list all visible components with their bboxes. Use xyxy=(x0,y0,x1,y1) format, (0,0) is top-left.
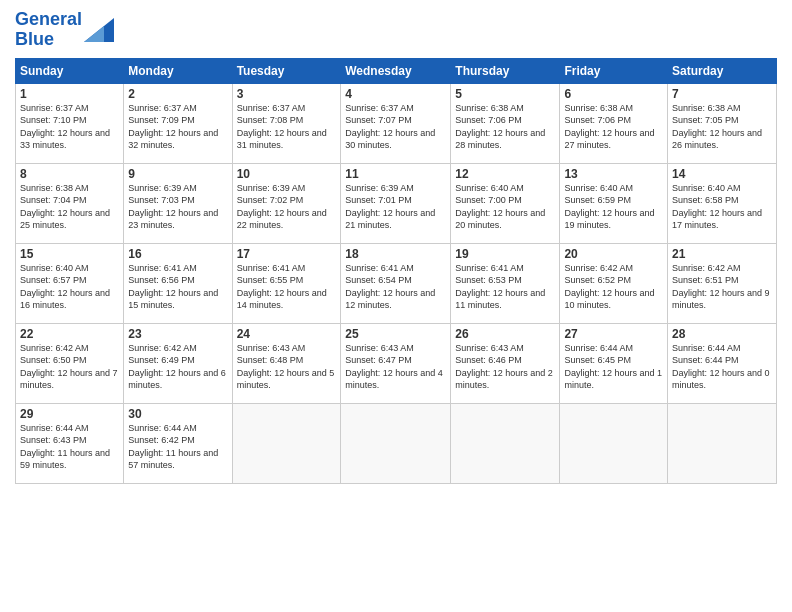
logo: General Blue xyxy=(15,10,114,50)
day-info: Sunrise: 6:38 AMSunset: 7:05 PMDaylight:… xyxy=(672,102,772,152)
day-info: Sunrise: 6:39 AMSunset: 7:03 PMDaylight:… xyxy=(128,182,227,232)
day-number: 5 xyxy=(455,87,555,101)
day-info: Sunrise: 6:37 AMSunset: 7:07 PMDaylight:… xyxy=(345,102,446,152)
calendar-week-row: 29Sunrise: 6:44 AMSunset: 6:43 PMDayligh… xyxy=(16,403,777,483)
calendar-week-row: 22Sunrise: 6:42 AMSunset: 6:50 PMDayligh… xyxy=(16,323,777,403)
table-row: 1Sunrise: 6:37 AMSunset: 7:10 PMDaylight… xyxy=(16,83,124,163)
table-row: 8Sunrise: 6:38 AMSunset: 7:04 PMDaylight… xyxy=(16,163,124,243)
day-info: Sunrise: 6:42 AMSunset: 6:51 PMDaylight:… xyxy=(672,262,772,312)
day-number: 3 xyxy=(237,87,337,101)
day-number: 25 xyxy=(345,327,446,341)
day-info: Sunrise: 6:37 AMSunset: 7:09 PMDaylight:… xyxy=(128,102,227,152)
day-info: Sunrise: 6:38 AMSunset: 7:06 PMDaylight:… xyxy=(455,102,555,152)
table-row xyxy=(341,403,451,483)
table-row: 30Sunrise: 6:44 AMSunset: 6:42 PMDayligh… xyxy=(124,403,232,483)
logo-text: General Blue xyxy=(15,10,82,50)
day-info: Sunrise: 6:44 AMSunset: 6:45 PMDaylight:… xyxy=(564,342,663,392)
col-saturday: Saturday xyxy=(668,58,777,83)
table-row: 14Sunrise: 6:40 AMSunset: 6:58 PMDayligh… xyxy=(668,163,777,243)
table-row: 2Sunrise: 6:37 AMSunset: 7:09 PMDaylight… xyxy=(124,83,232,163)
day-info: Sunrise: 6:41 AMSunset: 6:53 PMDaylight:… xyxy=(455,262,555,312)
day-number: 26 xyxy=(455,327,555,341)
table-row: 7Sunrise: 6:38 AMSunset: 7:05 PMDaylight… xyxy=(668,83,777,163)
col-sunday: Sunday xyxy=(16,58,124,83)
table-row xyxy=(560,403,668,483)
table-row: 21Sunrise: 6:42 AMSunset: 6:51 PMDayligh… xyxy=(668,243,777,323)
calendar-table: Sunday Monday Tuesday Wednesday Thursday… xyxy=(15,58,777,484)
table-row: 12Sunrise: 6:40 AMSunset: 7:00 PMDayligh… xyxy=(451,163,560,243)
table-row: 25Sunrise: 6:43 AMSunset: 6:47 PMDayligh… xyxy=(341,323,451,403)
day-number: 11 xyxy=(345,167,446,181)
table-row: 10Sunrise: 6:39 AMSunset: 7:02 PMDayligh… xyxy=(232,163,341,243)
day-info: Sunrise: 6:40 AMSunset: 6:59 PMDaylight:… xyxy=(564,182,663,232)
day-info: Sunrise: 6:40 AMSunset: 7:00 PMDaylight:… xyxy=(455,182,555,232)
table-row: 11Sunrise: 6:39 AMSunset: 7:01 PMDayligh… xyxy=(341,163,451,243)
day-number: 10 xyxy=(237,167,337,181)
col-wednesday: Wednesday xyxy=(341,58,451,83)
day-info: Sunrise: 6:43 AMSunset: 6:46 PMDaylight:… xyxy=(455,342,555,392)
day-info: Sunrise: 6:39 AMSunset: 7:01 PMDaylight:… xyxy=(345,182,446,232)
col-monday: Monday xyxy=(124,58,232,83)
day-info: Sunrise: 6:41 AMSunset: 6:54 PMDaylight:… xyxy=(345,262,446,312)
table-row: 29Sunrise: 6:44 AMSunset: 6:43 PMDayligh… xyxy=(16,403,124,483)
day-number: 18 xyxy=(345,247,446,261)
day-number: 2 xyxy=(128,87,227,101)
table-row: 9Sunrise: 6:39 AMSunset: 7:03 PMDaylight… xyxy=(124,163,232,243)
table-row: 19Sunrise: 6:41 AMSunset: 6:53 PMDayligh… xyxy=(451,243,560,323)
day-number: 24 xyxy=(237,327,337,341)
day-info: Sunrise: 6:44 AMSunset: 6:44 PMDaylight:… xyxy=(672,342,772,392)
day-number: 14 xyxy=(672,167,772,181)
table-row xyxy=(232,403,341,483)
day-number: 16 xyxy=(128,247,227,261)
table-row: 28Sunrise: 6:44 AMSunset: 6:44 PMDayligh… xyxy=(668,323,777,403)
day-number: 9 xyxy=(128,167,227,181)
day-number: 8 xyxy=(20,167,119,181)
table-row: 13Sunrise: 6:40 AMSunset: 6:59 PMDayligh… xyxy=(560,163,668,243)
day-number: 19 xyxy=(455,247,555,261)
day-number: 21 xyxy=(672,247,772,261)
day-info: Sunrise: 6:37 AMSunset: 7:08 PMDaylight:… xyxy=(237,102,337,152)
day-info: Sunrise: 6:42 AMSunset: 6:49 PMDaylight:… xyxy=(128,342,227,392)
day-info: Sunrise: 6:37 AMSunset: 7:10 PMDaylight:… xyxy=(20,102,119,152)
day-number: 28 xyxy=(672,327,772,341)
col-friday: Friday xyxy=(560,58,668,83)
day-info: Sunrise: 6:38 AMSunset: 7:04 PMDaylight:… xyxy=(20,182,119,232)
table-row: 26Sunrise: 6:43 AMSunset: 6:46 PMDayligh… xyxy=(451,323,560,403)
day-info: Sunrise: 6:43 AMSunset: 6:48 PMDaylight:… xyxy=(237,342,337,392)
day-info: Sunrise: 6:42 AMSunset: 6:50 PMDaylight:… xyxy=(20,342,119,392)
day-info: Sunrise: 6:42 AMSunset: 6:52 PMDaylight:… xyxy=(564,262,663,312)
day-number: 4 xyxy=(345,87,446,101)
day-info: Sunrise: 6:39 AMSunset: 7:02 PMDaylight:… xyxy=(237,182,337,232)
table-row: 17Sunrise: 6:41 AMSunset: 6:55 PMDayligh… xyxy=(232,243,341,323)
table-row: 20Sunrise: 6:42 AMSunset: 6:52 PMDayligh… xyxy=(560,243,668,323)
day-info: Sunrise: 6:40 AMSunset: 6:58 PMDaylight:… xyxy=(672,182,772,232)
calendar-week-row: 15Sunrise: 6:40 AMSunset: 6:57 PMDayligh… xyxy=(16,243,777,323)
day-number: 15 xyxy=(20,247,119,261)
table-row: 24Sunrise: 6:43 AMSunset: 6:48 PMDayligh… xyxy=(232,323,341,403)
day-number: 13 xyxy=(564,167,663,181)
page-header: General Blue xyxy=(15,10,777,50)
day-number: 30 xyxy=(128,407,227,421)
day-number: 20 xyxy=(564,247,663,261)
day-info: Sunrise: 6:43 AMSunset: 6:47 PMDaylight:… xyxy=(345,342,446,392)
day-info: Sunrise: 6:44 AMSunset: 6:42 PMDaylight:… xyxy=(128,422,227,472)
day-number: 7 xyxy=(672,87,772,101)
calendar-week-row: 1Sunrise: 6:37 AMSunset: 7:10 PMDaylight… xyxy=(16,83,777,163)
table-row: 3Sunrise: 6:37 AMSunset: 7:08 PMDaylight… xyxy=(232,83,341,163)
day-number: 17 xyxy=(237,247,337,261)
day-info: Sunrise: 6:38 AMSunset: 7:06 PMDaylight:… xyxy=(564,102,663,152)
day-number: 1 xyxy=(20,87,119,101)
col-tuesday: Tuesday xyxy=(232,58,341,83)
day-info: Sunrise: 6:40 AMSunset: 6:57 PMDaylight:… xyxy=(20,262,119,312)
day-number: 22 xyxy=(20,327,119,341)
table-row xyxy=(451,403,560,483)
table-row: 16Sunrise: 6:41 AMSunset: 6:56 PMDayligh… xyxy=(124,243,232,323)
day-info: Sunrise: 6:41 AMSunset: 6:55 PMDaylight:… xyxy=(237,262,337,312)
day-number: 23 xyxy=(128,327,227,341)
day-number: 12 xyxy=(455,167,555,181)
table-row: 4Sunrise: 6:37 AMSunset: 7:07 PMDaylight… xyxy=(341,83,451,163)
table-row: 22Sunrise: 6:42 AMSunset: 6:50 PMDayligh… xyxy=(16,323,124,403)
page-container: General Blue Sunday Monday Tuesday xyxy=(0,0,792,612)
col-thursday: Thursday xyxy=(451,58,560,83)
table-row: 15Sunrise: 6:40 AMSunset: 6:57 PMDayligh… xyxy=(16,243,124,323)
